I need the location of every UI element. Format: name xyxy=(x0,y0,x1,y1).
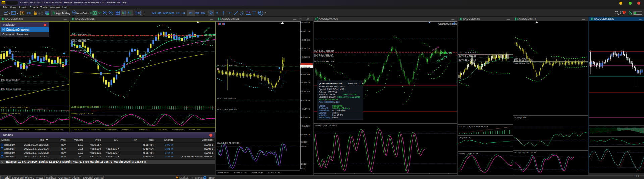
svg-text:Stoch(5,3,3) 64.43 68.11: Stoch(5,3,3) 64.43 68.11 xyxy=(459,153,481,155)
svg-text:W1: W1 xyxy=(195,12,200,15)
svg-text:0.18 at 4516.632: 0.18 at 4516.632 xyxy=(71,40,87,42)
svg-text:BUY 0.18 at 4516.6: BUY 0.18 at 4516.6 xyxy=(459,59,476,61)
svg-text:191: 191 xyxy=(629,14,632,16)
svg-text:Tester: Tester xyxy=(207,176,215,179)
svg-text:20.00: 20.00 xyxy=(301,163,307,165)
svg-text:BUY 0.5 at 4521.517: BUY 0.5 at 4521.517 xyxy=(217,98,236,100)
svg-text:M15: M15 xyxy=(163,12,169,15)
svg-text:QuantumBreakout: QuantumBreakout xyxy=(319,82,342,85)
svg-text:30 Mar 09:55: 30 Mar 09:55 xyxy=(35,129,47,131)
svg-text:BUY 0.5 at 4521.517: BUY 0.5 at 4521.517 xyxy=(1,79,20,81)
svg-text:Monday 11:13: Monday 11:13 xyxy=(348,82,363,85)
svg-text:Stoch(5,3,3) 73.48 78.13: Stoch(5,3,3) 73.48 78.13 xyxy=(217,142,240,144)
svg-text:Profit: 1620.49 EUR: Profit: 1620.49 EUR xyxy=(319,98,338,101)
svg-text:30 Mar 2026: 30 Mar 2026 xyxy=(217,171,229,173)
svg-text:Ext Volatility:: Ext Volatility: xyxy=(319,116,331,119)
svg-text:0.00: 0.00 xyxy=(301,168,305,170)
svg-text:M30: M30 xyxy=(169,12,175,15)
svg-text:IDE: IDE xyxy=(27,11,32,15)
svg-text:Signals: Signals xyxy=(195,176,204,179)
svg-text:False: False xyxy=(332,116,338,119)
svg-text:Stoch(5,3,3) 57.04 55.54: Stoch(5,3,3) 57.04 55.54 xyxy=(315,125,337,127)
svg-text:Market: Market xyxy=(179,176,189,179)
svg-text:M5: M5 xyxy=(158,12,162,15)
svg-text:4526.169: 4526.169 xyxy=(301,91,310,93)
svg-text:30 Mar 10:35: 30 Mar 10:35 xyxy=(51,129,63,131)
svg-text:4533.589: 4533.589 xyxy=(301,73,310,75)
svg-text:BUY 1.18 at 4536.257: BUY 1.18 at 4536.257 xyxy=(71,33,91,35)
svg-text:80.00: 80.00 xyxy=(301,146,307,148)
svg-text:30 Mar 10:00: 30 Mar 10:00 xyxy=(189,129,201,131)
svg-text:29 Mar 22:00: 29 Mar 22:00 xyxy=(88,129,100,131)
svg-text:Symbol: XAUUSDm | M30: Symbol: XAUUSDm | M30 xyxy=(319,88,344,91)
svg-text:4548.429: 4548.429 xyxy=(301,39,310,41)
svg-text:30 Mar 10:42: 30 Mar 10:42 xyxy=(251,171,263,173)
svg-text:100.00: 100.00 xyxy=(301,141,308,143)
svg-text:30 Mar 02:00: 30 Mar 02:00 xyxy=(121,129,133,131)
svg-text:BUY 1.18 at 4536.257: BUY 1.18 at 4536.257 xyxy=(459,51,479,53)
svg-text:4515.039: 4515.039 xyxy=(301,116,310,118)
svg-text:H1: H1 xyxy=(176,12,180,15)
svg-text:BUY 0.18 at 4516.632: BUY 0.18 at 4516.632 xyxy=(1,88,21,90)
svg-text:61.7% Bullish: 61.7% Bullish xyxy=(332,109,346,112)
svg-text:BUY 1.18 at 4536.257: BUY 1.18 at 4536.257 xyxy=(314,50,334,52)
svg-text:BUY 0.18 at 4516.632: BUY 0.18 at 4516.632 xyxy=(314,56,334,58)
svg-text:30 Mar 09:15: 30 Mar 09:15 xyxy=(17,129,30,131)
svg-text:Risk: 10.0% (1.22 Lots): Risk: 10.0% (1.22 Lots) xyxy=(337,96,360,98)
svg-text:Volume:: Volume: xyxy=(319,112,327,114)
svg-text:BUY 0.18 at 44: BUY 0.18 at 44 xyxy=(71,50,85,52)
svg-text:S: S xyxy=(21,12,23,15)
svg-text:Stoch(5,3,3) 76.23 60.32: Stoch(5,3,3) 76.23 60.32 xyxy=(514,151,536,153)
svg-text:4555.849: 4555.849 xyxy=(301,22,310,24)
svg-text:((o)): ((o)) xyxy=(191,177,195,179)
svg-text:MACD(12,26,9) 0.5374 0.3749: MACD(12,26,9) 0.5374 0.3749 xyxy=(1,106,28,108)
svg-text:Broker: Exness-MT5Trial11: Broker: Exness-MT5Trial11 xyxy=(319,85,345,88)
svg-text:4552.139: 4552.139 xyxy=(301,30,310,32)
svg-text:BUY 0.5 at 4521.51: BUY 0.5 at 4521.51 xyxy=(459,55,476,57)
svg-text:D1: D1 xyxy=(189,12,193,15)
svg-text:30 Mar 06:00: 30 Mar 06:00 xyxy=(155,129,167,131)
svg-text:Leverage: 1:2000: Leverage: 1:2000 xyxy=(319,96,336,98)
svg-text:30 Mar 10:26: 30 Mar 10:26 xyxy=(234,171,246,173)
svg-text:30 Mar 2026: 30 Mar 2026 xyxy=(1,129,12,131)
svg-text:M1: M1 xyxy=(152,12,156,15)
svg-text:4541.009: 4541.009 xyxy=(301,56,310,58)
svg-text:Low 48.1%: Low 48.1% xyxy=(332,114,343,116)
svg-text:00:46:25: 00:46:25 xyxy=(203,26,210,33)
svg-text:4507.619: 4507.619 xyxy=(301,134,310,136)
svg-text:Algo Trading: Algo Trading xyxy=(56,12,70,15)
svg-text:4518.749: 4518.749 xyxy=(301,108,310,110)
svg-text:4544.719: 4544.719 xyxy=(301,48,310,50)
svg-text:RSI(14) 61.52: RSI(14) 61.52 xyxy=(459,137,471,139)
svg-text:30 Mar 00:00: 30 Mar 00:00 xyxy=(105,129,117,131)
svg-text:BUY 0.18 at 4495.604: BUY 0.18 at 4495.604 xyxy=(314,60,334,62)
svg-text:4522.459: 4522.459 xyxy=(301,99,310,101)
svg-text:AVAT Multiplier: 2.58x: AVAT Multiplier: 2.58x xyxy=(319,101,340,103)
svg-text:((o)): ((o)) xyxy=(38,12,43,15)
svg-text:Status:: Status: xyxy=(319,105,325,107)
svg-text:RSI(14) 53.96: RSI(14) 53.96 xyxy=(514,117,527,119)
svg-text:Gain: 15.32%: Gain: 15.32% xyxy=(343,93,357,96)
svg-text:1: 1 xyxy=(623,11,625,14)
svg-text:H4: H4 xyxy=(182,12,185,15)
svg-text:BUY 0.18 at 4516.632: BUY 0.18 at 4516.632 xyxy=(217,109,237,111)
svg-text:Balance: 10577.94: Balance: 10577.94 xyxy=(319,91,337,93)
svg-text:30 Mar 08:00: 30 Mar 08:00 xyxy=(172,129,184,131)
svg-text:4529.879: 4529.879 xyxy=(301,82,310,84)
svg-text:Stoch(5,3,3) 58.21 53.05: Stoch(5,3,3) 58.21 53.05 xyxy=(71,113,93,115)
svg-text:4511.329: 4511.329 xyxy=(301,125,310,127)
svg-text:12:46:25: 12:46:25 xyxy=(432,46,440,52)
svg-text:Momentum:: Momentum: xyxy=(319,109,330,112)
svg-text:MACD(12,26,9) 20.6495 15.9995: MACD(12,26,9) 20.6495 15.9995 xyxy=(459,126,488,128)
svg-text:34.5%: 34.5% xyxy=(332,112,339,114)
svg-text:MN: MN xyxy=(201,12,205,15)
svg-text:New Order: New Order xyxy=(76,12,89,15)
svg-text:30 Mar 10:58: 30 Mar 10:58 xyxy=(268,171,280,173)
svg-text:4536.454: 4536.454 xyxy=(301,66,310,68)
svg-text:27 Mar 2026: 27 Mar 2026 xyxy=(71,129,83,131)
svg-text:Stoch(5,3,3) 65.15 54.11: Stoch(5,3,3) 65.15 54.11 xyxy=(1,113,23,115)
svg-text:30 Mar 04:00: 30 Mar 04:00 xyxy=(138,129,150,131)
